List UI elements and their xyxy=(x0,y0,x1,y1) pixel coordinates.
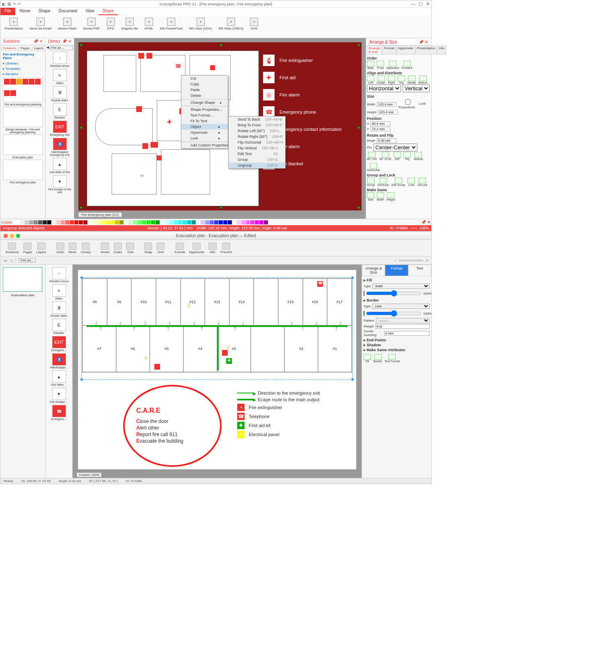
zoom-icon[interactable] xyxy=(16,234,20,238)
color-swatch[interactable] xyxy=(237,220,241,224)
color-swatch[interactable] xyxy=(34,220,38,224)
page-thumbnail[interactable] xyxy=(3,267,42,292)
library-item[interactable]: ≣Double stairs xyxy=(46,301,72,318)
page-tab[interactable]: Fire emergency plan (1/1) xyxy=(78,213,122,217)
library-item[interactable]: EElevator xyxy=(46,318,72,335)
close-icon[interactable]: ✕ xyxy=(426,1,430,7)
care-circle[interactable]: C.A.R.E Close the doorAlert otherReport … xyxy=(123,385,222,467)
lib-dropdown[interactable]: Fire an... xyxy=(18,258,36,263)
ribbon-btn[interactable]: ▪EPS xyxy=(104,17,117,36)
toolbar-btn-solutions[interactable]: Solutions xyxy=(4,242,21,255)
color-swatch[interactable] xyxy=(70,220,74,224)
library-item[interactable]: ▲Use stairs ... xyxy=(46,370,72,387)
toolbar-btn-format[interactable]: Format xyxy=(173,242,186,255)
lib-dropdown[interactable]: Fire an... xyxy=(50,46,73,50)
color-swatch[interactable] xyxy=(255,220,259,224)
ribbon-tab-shape[interactable]: Shape xyxy=(34,8,55,15)
color-swatch[interactable] xyxy=(16,220,20,224)
toolbar-btn-undo[interactable]: Undo xyxy=(55,242,66,255)
library-item[interactable]: ↑Direction arrow xyxy=(46,51,74,68)
library-item[interactable]: ♿Handicapped emergency exit xyxy=(46,137,74,157)
color-swatch[interactable] xyxy=(178,220,182,224)
color-swatch[interactable] xyxy=(183,220,187,224)
color-swatch[interactable] xyxy=(43,220,47,224)
color-swatch[interactable] xyxy=(38,220,42,224)
color-swatch[interactable] xyxy=(52,220,56,224)
toolbar-btn-present[interactable]: Present xyxy=(219,242,234,255)
color-swatch[interactable] xyxy=(174,220,178,224)
y-input[interactable] xyxy=(371,127,390,131)
zoom-slider[interactable] xyxy=(399,260,424,261)
colors-close-icon[interactable]: 📌 ✕ xyxy=(421,220,431,224)
width-input[interactable] xyxy=(377,102,396,107)
library-item[interactable]: ▼Fire escape ... xyxy=(46,387,72,404)
canvas-area[interactable]: ☎ ✚ Fire up 🧯Fire extinguisher✚Fi xyxy=(74,38,366,219)
toolbar-btn-redo[interactable]: Redo xyxy=(67,242,78,255)
color-swatch[interactable] xyxy=(29,220,33,224)
library-item[interactable]: ≡Stairs xyxy=(46,283,72,301)
color-swatch[interactable] xyxy=(65,220,69,224)
toolbar-btn-hypernote[interactable]: Hypernote xyxy=(188,242,206,255)
pattern-select[interactable]: ——— xyxy=(376,318,430,323)
color-swatch[interactable] xyxy=(83,220,87,224)
color-swatch[interactable] xyxy=(142,220,146,224)
pointer-tool-icon[interactable]: ▭ xyxy=(4,258,7,263)
color-swatch[interactable] xyxy=(74,220,78,224)
panel-pin-icon[interactable]: 📌 ✕ xyxy=(33,39,43,43)
toolbar-btn-pages[interactable]: Pages xyxy=(21,242,34,255)
zoom-in-icon[interactable]: + xyxy=(426,258,428,263)
color-swatch[interactable] xyxy=(187,220,191,224)
ribbon-tab-file[interactable]: File xyxy=(0,8,15,15)
ribbon-tab-view[interactable]: View xyxy=(81,8,98,15)
ribbon-btn[interactable]: ▪Graphic file xyxy=(119,17,140,36)
lib-back-icon[interactable]: ◀ xyxy=(46,46,49,50)
minimize-icon[interactable]: — xyxy=(411,1,415,7)
ribbon-btn[interactable]: ▪Presentation xyxy=(2,17,25,36)
fill-type-select[interactable]: Solid xyxy=(372,283,430,289)
maximize-icon[interactable]: ▢ xyxy=(419,1,423,7)
ribbon-tab-share[interactable]: Share xyxy=(98,8,118,15)
close-icon[interactable] xyxy=(4,234,8,238)
corner-rounding-input[interactable] xyxy=(384,331,430,336)
color-swatch[interactable] xyxy=(119,220,124,224)
library-item[interactable]: EXITEmergenc... xyxy=(46,335,72,352)
color-swatch[interactable] xyxy=(56,220,60,224)
color-swatch[interactable] xyxy=(192,220,196,224)
color-swatch[interactable] xyxy=(210,220,214,224)
color-swatch[interactable] xyxy=(201,220,205,224)
color-swatch[interactable] xyxy=(264,220,268,224)
color-swatch[interactable] xyxy=(97,220,101,224)
library-item[interactable]: ≡Stairs xyxy=(46,68,74,85)
color-swatch[interactable] xyxy=(232,220,236,224)
toolbar-btn-layers[interactable]: Layers xyxy=(35,242,48,255)
lasso-tool-icon[interactable]: ◌ xyxy=(10,258,13,263)
color-swatch[interactable] xyxy=(259,220,263,224)
library-item[interactable]: ↑Direction arrow xyxy=(46,266,72,283)
qat[interactable]: ◧🖫↷↶ xyxy=(2,2,21,6)
color-swatch[interactable] xyxy=(25,220,29,224)
ribbon-btn[interactable]: ▪MS PowerPoint xyxy=(158,17,185,36)
library-item[interactable]: EElevator xyxy=(46,103,74,120)
toolbar-btn-info[interactable]: Info xyxy=(207,242,218,255)
color-swatch[interactable] xyxy=(137,220,142,224)
minimize-icon[interactable] xyxy=(10,234,14,238)
color-swatch[interactable] xyxy=(133,220,137,224)
color-swatch[interactable] xyxy=(128,220,133,224)
color-swatch[interactable] xyxy=(241,220,245,224)
ribbon-btn[interactable]: ▪Adobe Flash xyxy=(55,17,79,36)
color-swatch[interactable] xyxy=(88,220,92,224)
toolbar-btn-chain[interactable]: Chain xyxy=(112,242,124,255)
color-swatch[interactable] xyxy=(205,220,209,224)
toolbar-btn-library[interactable]: Library xyxy=(79,242,92,255)
ribbon-tab-document[interactable]: Document xyxy=(55,8,82,15)
color-swatch[interactable] xyxy=(61,220,65,224)
toolbar-btn-smart[interactable]: Smart xyxy=(99,242,111,255)
color-swatch[interactable] xyxy=(246,220,250,224)
ribbon-btn[interactable]: ▪MS Visio (VSDX) xyxy=(216,17,246,36)
color-swatch[interactable] xyxy=(223,220,227,224)
weight-input[interactable] xyxy=(376,324,430,329)
color-swatch[interactable] xyxy=(156,220,160,224)
fill-opacity-slider[interactable] xyxy=(366,290,421,297)
zoom-label[interactable]: Custom 103% xyxy=(77,473,101,477)
fill-color-swatch[interactable] xyxy=(364,291,364,296)
